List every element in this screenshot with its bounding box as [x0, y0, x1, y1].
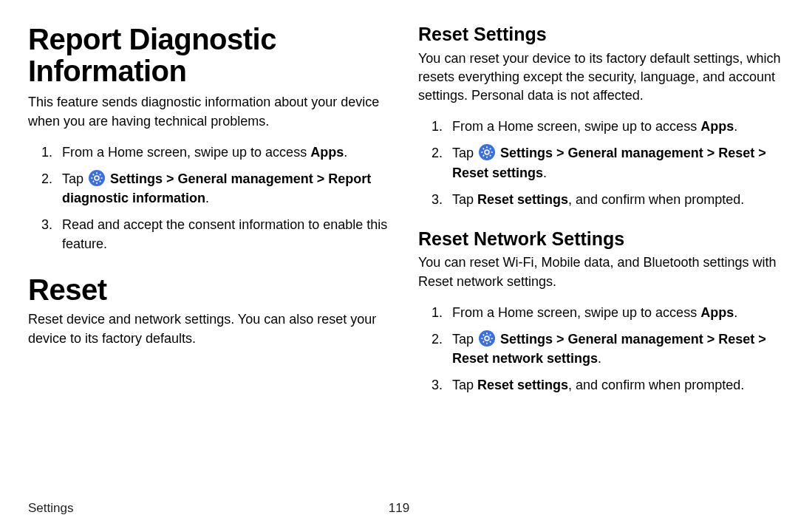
- footer-section-label: Settings: [28, 501, 73, 516]
- intro-reset-network-settings: You can reset Wi-Fi, Mobile data, and Bl…: [418, 253, 786, 290]
- rs-step-2-target-bold: Reset settings: [452, 166, 543, 180]
- rs-step-2-post: .: [543, 166, 547, 180]
- rs-step-2: Tap Settings > General management > Rese…: [446, 143, 786, 182]
- rs-step-3-bold: Reset settings: [477, 192, 568, 207]
- steps-reset-settings: From a Home screen, swipe up to access A…: [418, 117, 786, 208]
- rns-step-3-bold: Reset settings: [477, 378, 568, 392]
- rs-step-1-post: .: [734, 119, 737, 134]
- step-1-apps-bold: Apps: [310, 145, 344, 160]
- step-2-pre: Tap: [62, 171, 87, 186]
- heading-report-diagnostic-information: Report Diagnostic Information: [28, 24, 396, 87]
- rs-step-2-sep3: >: [754, 146, 766, 160]
- steps-reset-network-settings: From a Home screen, swipe up to access A…: [418, 303, 786, 395]
- rns-step-2: Tap Settings > General management > Rese…: [446, 330, 786, 368]
- rs-step-1-apps-bold: Apps: [700, 119, 734, 134]
- rns-step-2-gm-bold: General management: [568, 332, 703, 347]
- rs-step-2-sep2: >: [703, 146, 719, 160]
- rs-step-2-pre: Tap: [452, 146, 477, 160]
- rns-step-2-reset-bold: Reset: [718, 332, 754, 347]
- manual-page: Report Diagnostic Information This featu…: [0, 0, 798, 532]
- rs-step-1-pre: From a Home screen, swipe up to access: [452, 119, 700, 134]
- rns-step-2-sep3: >: [754, 332, 766, 347]
- intro-reset: Reset device and network settings. You c…: [28, 310, 396, 347]
- settings-icon: [479, 330, 495, 347]
- step-2: Tap Settings > General management > Repo…: [56, 169, 396, 208]
- rs-step-2-reset-bold: Reset: [718, 146, 754, 160]
- rns-step-3-pre: Tap: [452, 378, 477, 392]
- settings-icon: [479, 144, 495, 160]
- rns-step-1-post: .: [734, 305, 737, 320]
- step-1: From a Home screen, swipe up to access A…: [56, 143, 396, 162]
- rns-step-1-pre: From a Home screen, swipe up to access: [452, 305, 700, 320]
- rns-step-1-apps-bold: Apps: [700, 305, 734, 320]
- intro-report-diagnostic: This feature sends diagnostic informatio…: [28, 93, 396, 130]
- step-2-sep2: >: [313, 171, 329, 186]
- heading-reset-network-settings: Reset Network Settings: [418, 228, 786, 250]
- heading-reset-settings: Reset Settings: [418, 24, 786, 45]
- step-2-post: .: [205, 191, 209, 205]
- rs-step-2-gm-bold: General management: [568, 146, 703, 160]
- rns-step-2-target-bold: Reset network settings: [452, 351, 598, 366]
- rs-step-3-post: , and confirm when prompted.: [568, 192, 744, 207]
- rs-step-2-settings-bold: Settings: [500, 146, 553, 160]
- rns-step-2-pre: Tap: [452, 332, 477, 347]
- right-column: Reset Settings You can reset your device…: [418, 24, 786, 532]
- heading-reset: Reset: [28, 274, 396, 306]
- intro-reset-settings: You can reset your device to its factory…: [418, 50, 786, 106]
- step-1-post: .: [344, 145, 347, 160]
- steps-report-diagnostic: From a Home screen, swipe up to access A…: [28, 143, 396, 253]
- rns-step-2-sep1: >: [553, 332, 568, 347]
- step-2-sep1: >: [163, 171, 178, 186]
- rns-step-3-post: , and confirm when prompted.: [568, 378, 744, 392]
- step-1-pre: From a Home screen, swipe up to access: [62, 145, 310, 160]
- rns-step-3: Tap Reset settings, and confirm when pro…: [446, 375, 786, 395]
- page-number: 119: [389, 501, 409, 516]
- step-2-settings-bold: Settings: [110, 171, 163, 186]
- rs-step-3-pre: Tap: [452, 192, 477, 207]
- rns-step-1: From a Home screen, swipe up to access A…: [446, 303, 786, 322]
- left-column: Report Diagnostic Information This featu…: [28, 24, 396, 532]
- settings-icon: [89, 170, 105, 186]
- rs-step-3: Tap Reset settings, and confirm when pro…: [446, 190, 786, 209]
- rs-step-1: From a Home screen, swipe up to access A…: [446, 117, 786, 136]
- rns-step-2-settings-bold: Settings: [500, 332, 553, 347]
- rns-step-2-post: .: [598, 351, 601, 366]
- rs-step-2-sep1: >: [553, 146, 568, 160]
- rns-step-2-sep2: >: [703, 332, 719, 347]
- step-2-gm-bold: General management: [178, 171, 313, 186]
- step-3: Read and accept the consent information …: [56, 215, 396, 253]
